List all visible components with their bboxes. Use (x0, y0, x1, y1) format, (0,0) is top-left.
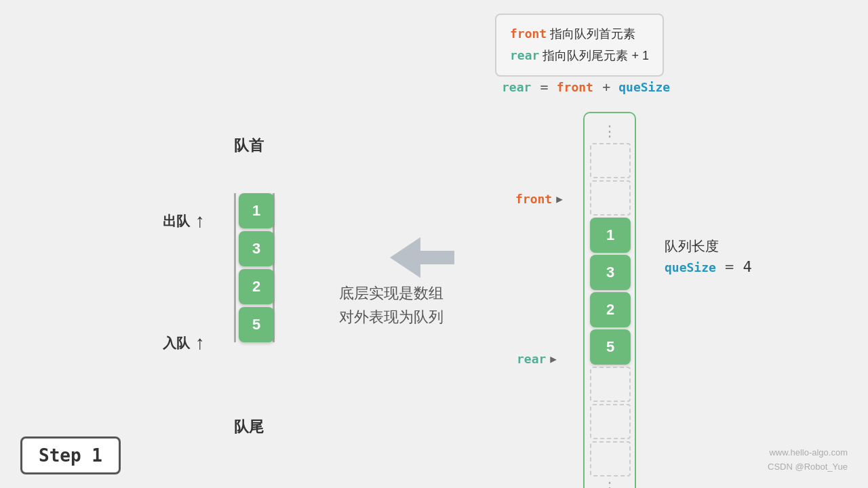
legend-rear-keyword: rear (510, 48, 539, 62)
array-cell-e1 (590, 143, 631, 178)
enqueue-label: 入队 ↑ (163, 332, 205, 354)
description-line2: 对外表现为队列 (339, 305, 443, 329)
dequeue-text: 出队 (163, 212, 190, 230)
front-pointer-arrow-icon: ▶ (556, 192, 563, 205)
formula-line: rear = front + queSize (502, 78, 670, 95)
front-pointer-label: front ▶ (515, 192, 563, 206)
enqueue-arrow-icon: ↑ (195, 332, 205, 354)
legend-front-desc: 指向队列首元素 (550, 27, 635, 41)
dequeue-label: 出队 ↑ (163, 210, 205, 232)
description-line1: 底层实现是数组 (339, 281, 443, 305)
description-text: 底层实现是数组 对外表现为队列 (339, 281, 443, 329)
array-cell-1: 1 (590, 218, 631, 253)
rear-pointer-label: rear ▶ (517, 352, 557, 366)
formula-eq: = (540, 79, 557, 95)
rear-keyword: rear (517, 352, 546, 366)
watermark-line1: www.hello-algo.com (768, 446, 848, 460)
quesize-label: 队列长度 queSize = 4 (665, 237, 752, 275)
right-array-wrapper: ⋮ 1 3 2 5 ⋮ (583, 112, 636, 488)
queue-label-bottom: 队尾 (234, 417, 264, 437)
watermark-line2: CSDN @Robot_Yue (768, 460, 848, 474)
array-cell-5: 5 (590, 329, 631, 365)
legend-front-keyword: front (510, 26, 547, 41)
array-cell-e3 (590, 367, 631, 402)
array-cell-2: 2 (590, 292, 631, 327)
left-cell-3: 2 (239, 269, 274, 304)
left-cell-2: 3 (239, 231, 274, 266)
left-cell-1: 1 (239, 193, 274, 228)
array-cell-e4 (590, 404, 631, 439)
dots-top: ⋮ (590, 123, 629, 140)
array-cell-e5 (590, 441, 631, 476)
dots-bottom: ⋮ (590, 479, 629, 488)
quesize-title: 队列长度 (665, 237, 752, 256)
front-keyword: front (515, 192, 552, 206)
big-left-arrow-icon (387, 230, 461, 287)
left-queue-cells: 1 3 2 5 (234, 193, 275, 342)
legend-rear-desc: 指向队列尾元素 + 1 (542, 49, 649, 62)
formula-plus: + (602, 79, 618, 95)
left-cell-4: 5 (239, 307, 274, 342)
dequeue-arrow-icon: ↑ (195, 210, 205, 232)
quesize-value: 4 (743, 258, 752, 275)
formula-rear: rear (502, 80, 531, 94)
svg-marker-0 (390, 237, 454, 278)
array-cell-e2 (590, 180, 631, 216)
array-cell-3: 3 (590, 255, 631, 290)
step-badge: Step 1 (20, 436, 121, 474)
quesize-expr: queSize = 4 (665, 258, 752, 275)
formula-quesize: queSize (618, 80, 670, 94)
formula-front: front (557, 80, 593, 94)
enqueue-text: 入队 (163, 334, 190, 352)
watermark: www.hello-algo.com CSDN @Robot_Yue (768, 446, 848, 474)
quesize-keyword: queSize (665, 260, 716, 274)
quesize-eq-sign: = (725, 258, 743, 275)
legend-box: front 指向队列首元素 rear 指向队列尾元素 + 1 (495, 14, 664, 77)
rear-pointer-arrow-icon: ▶ (550, 352, 557, 365)
queue-label-top: 队首 (234, 136, 264, 156)
